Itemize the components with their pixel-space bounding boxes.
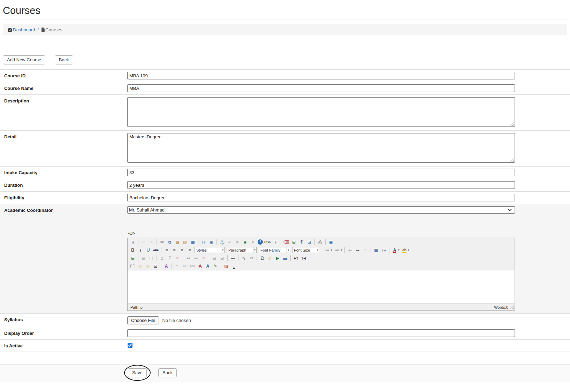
paste-from-word-icon[interactable]: ▦ (189, 239, 196, 245)
find-replace-icon[interactable]: ◉ (208, 239, 215, 245)
move-backward-icon[interactable]: ⧉ (144, 263, 151, 269)
insert-image-icon[interactable]: ♣ (242, 239, 249, 245)
course-name-input[interactable] (127, 84, 515, 92)
font-color-icon[interactable]: A (391, 247, 398, 253)
indent-icon[interactable]: ⇥ (354, 247, 361, 253)
intake-capacity-input[interactable] (127, 169, 515, 176)
element-attributes-icon[interactable]: ✎ (212, 263, 219, 269)
merge-cells-icon[interactable]: ⊞ (219, 255, 226, 261)
styles-select[interactable]: Styles▾ (195, 247, 225, 253)
highlight-color-caret-icon[interactable]: ▾ (408, 248, 409, 252)
academic-coordinator-select[interactable]: Mr. Suhail Ahmad (127, 206, 515, 214)
insert-template-icon[interactable]: ◫ (272, 239, 279, 245)
back-button-top[interactable]: Back (55, 55, 73, 64)
insertion-icon[interactable]: A (204, 263, 211, 269)
save-button[interactable]: Save (128, 368, 147, 377)
fullscreen-icon[interactable]: ▣ (327, 239, 334, 245)
preview-icon[interactable]: ⊡ (306, 239, 313, 245)
insert-time-icon[interactable]: ◷ (380, 247, 387, 253)
font-family-select[interactable]: Font Family▾ (259, 247, 290, 253)
breadcrumb-dashboard-link[interactable]: Dashboard (7, 27, 35, 32)
font-size-select-caret-icon[interactable]: ▾ (316, 247, 319, 253)
align-left-icon[interactable]: ≡ (163, 247, 170, 253)
outdent-icon[interactable]: ⇤ (347, 247, 354, 253)
table-edit-icon[interactable]: ⊞ (129, 255, 136, 261)
acronym-icon[interactable]: ABC (189, 263, 196, 269)
image-map-icon[interactable]: ▨ (223, 263, 230, 269)
remove-formatting-icon[interactable]: ⌫ (283, 239, 290, 245)
paste-icon[interactable]: ▤ (174, 239, 181, 245)
cut-icon[interactable]: ✂ (159, 239, 166, 245)
insert-table-icon[interactable]: ⊞ (290, 239, 297, 245)
insert-layer-icon[interactable]: ▢ (130, 264, 135, 268)
delete-row-icon[interactable]: ✕ (174, 255, 181, 261)
horizontal-rule-icon[interactable]: — (229, 255, 236, 261)
deletion-icon[interactable]: A (197, 263, 204, 269)
eligibility-input[interactable] (127, 194, 515, 201)
duration-input[interactable] (127, 181, 515, 189)
course-id-input[interactable] (127, 72, 515, 79)
left-to-right-icon[interactable]: ▶¶ (292, 255, 299, 261)
blockquote-icon[interactable]: “ (362, 247, 369, 253)
nonbreaking-space-icon[interactable]: ␣ (230, 263, 237, 269)
styles-select-caret-icon[interactable]: ▾ (221, 247, 224, 253)
insert-link-icon[interactable]: ∞ (226, 239, 233, 245)
insert-date-icon[interactable]: ▦ (373, 247, 380, 253)
insert-media-icon[interactable]: ▶ (274, 255, 281, 261)
font-family-select-caret-icon[interactable]: ▾ (287, 247, 290, 253)
copy-icon[interactable]: ⧉ (166, 239, 173, 245)
embed-media-icon[interactable]: ▬ (282, 255, 289, 261)
align-center-icon[interactable]: ≡ (171, 247, 178, 253)
numbered-list-icon[interactable]: ≕ (334, 247, 341, 253)
move-forward-icon[interactable]: ⧉ (137, 263, 144, 269)
bullet-list-caret-icon[interactable]: ▾ (331, 248, 332, 252)
bullet-list-icon[interactable]: ≔ (324, 247, 331, 253)
undo-icon[interactable]: ↶ (140, 239, 147, 245)
anchor-icon[interactable]: ⚓ (219, 239, 226, 245)
editor-resize-handle[interactable] (510, 305, 514, 309)
editor-content-area[interactable] (128, 270, 515, 304)
print-icon[interactable]: ⎙ (317, 239, 324, 245)
insert-column-left-icon[interactable]: ↤ (185, 255, 192, 261)
highlight-color-icon[interactable]: ab (401, 247, 408, 253)
html-source-icon[interactable]: HTML (264, 239, 271, 245)
delete-column-icon[interactable]: ✕ (200, 255, 207, 261)
emoticons-icon[interactable]: ☺ (266, 255, 273, 261)
detail-textarea[interactable]: Masters Degree (127, 133, 515, 163)
abbreviation-icon[interactable]: ab (181, 263, 188, 269)
insert-row-above-icon[interactable]: ↥ (159, 255, 166, 261)
italic-icon[interactable]: I (137, 247, 144, 253)
bold-icon[interactable]: B (129, 247, 136, 253)
insert-column-right-icon[interactable]: ↦ (192, 255, 199, 261)
edit-css-style-icon[interactable]: A (163, 263, 170, 269)
choose-file-button[interactable]: Choose File (127, 316, 159, 324)
right-to-left-icon[interactable]: ¶◀ (300, 255, 307, 261)
subscript-icon[interactable]: x₂ (240, 255, 247, 261)
font-color-caret-icon[interactable]: ▾ (398, 248, 400, 252)
back-button-bottom[interactable]: Back (158, 368, 177, 377)
paragraph-select-caret-icon[interactable]: ▾ (253, 247, 256, 253)
align-justify-icon[interactable]: ≡ (186, 247, 193, 253)
insert-row-below-icon[interactable]: ↧ (166, 255, 173, 261)
table-row-properties-icon[interactable]: ▤ (140, 255, 147, 261)
font-size-select[interactable]: Font Size▾ (292, 247, 319, 253)
help-icon[interactable]: ? (258, 239, 263, 245)
table-cell-properties-icon[interactable]: ▢ (148, 255, 155, 261)
numbered-list-caret-icon[interactable]: ▾ (341, 248, 342, 252)
absolute-position-icon[interactable]: ⊡ (152, 263, 159, 269)
new-document-icon[interactable]: ▯ (129, 239, 136, 245)
strikethrough-icon[interactable]: ABC (152, 247, 159, 253)
add-new-course-button[interactable]: Add New Course (3, 55, 45, 64)
visual-aid-icon[interactable]: ¶ (298, 239, 305, 245)
redo-icon[interactable]: ↷ (148, 239, 155, 245)
underline-icon[interactable]: U (145, 247, 152, 253)
split-cells-icon[interactable]: ⊟ (211, 255, 218, 261)
special-character-icon[interactable]: Ω (259, 255, 266, 261)
superscript-icon[interactable]: x² (248, 255, 255, 261)
find-icon[interactable]: ◎ (200, 239, 207, 245)
display-order-input[interactable] (127, 329, 515, 337)
citation-icon[interactable]: “” (174, 263, 181, 269)
cleanup-code-icon[interactable]: ✳ (249, 239, 256, 245)
align-right-icon[interactable]: ≡ (178, 247, 185, 253)
paste-as-text-icon[interactable]: ▥ (182, 239, 189, 245)
